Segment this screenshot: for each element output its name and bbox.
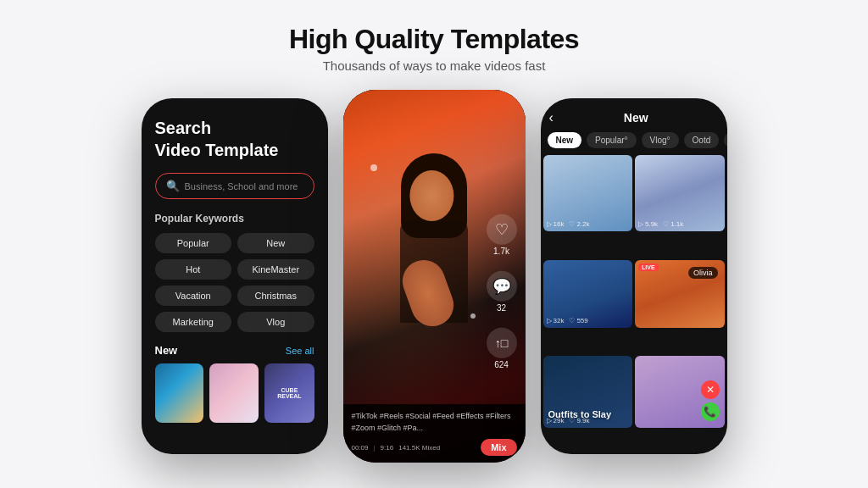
tab-row: New Popular° Vlog° Ootd Lab (541, 132, 727, 155)
thumb-cube[interactable]: CUBEREVEAL (264, 363, 314, 423)
like-icon[interactable]: ♡ (487, 214, 517, 245)
tab-lab[interactable]: Lab (724, 132, 726, 148)
keyword-popular[interactable]: Popular (155, 233, 232, 253)
thumbnail-row: CUBEREVEAL (155, 363, 314, 423)
like-count: 1.7k (493, 247, 509, 256)
keyword-vlog[interactable]: Vlog (237, 312, 314, 332)
tab-popular[interactable]: Popular° (587, 132, 636, 148)
see-all-link[interactable]: See all (286, 346, 314, 356)
play-stat-2: ▷ 5.9k (638, 220, 658, 228)
content-grid: ▷ 16k ♡ 2.2k ▷ 5.9k ♡ 1.1k ▷ 32k ♡ 559 (541, 155, 727, 454)
video-ratio: 9:16 (381, 444, 394, 452)
like-stat-3: ♡ 559 (569, 317, 587, 324)
grid-item-5[interactable]: Outfits to Slay ▷ 29k ♡ 9.9k (543, 356, 633, 428)
comment-count: 32 (497, 303, 506, 313)
grid-item-6[interactable]: ✕ 📞 (635, 356, 725, 428)
share-count: 624 (494, 360, 509, 369)
grid-item-3[interactable]: ▷ 32k ♡ 559 (543, 260, 633, 328)
grid-item-4[interactable]: LIVE Olivia (635, 260, 725, 328)
video-meta-bar: 00:09 | 9:16 141.5K Mixed Mix (352, 439, 517, 456)
center-bottom-bar: #TikTok #Reels #Social #Feed #Effects #F… (343, 404, 526, 463)
right-phone: ‹ New New Popular° Vlog° Ootd Lab ▷ 16k … (541, 98, 727, 454)
right-header-title: New (554, 111, 719, 125)
popular-keywords-label: Popular Keywords (155, 213, 314, 225)
page-header: High Quality Templates Thousands of ways… (289, 0, 579, 83)
tab-vlog[interactable]: Vlog° (642, 132, 679, 148)
keyword-new[interactable]: New (237, 233, 314, 253)
mix-button[interactable]: Mix (481, 439, 516, 456)
like-stat-2: ♡ 1.1k (663, 220, 683, 228)
keyword-grid: Popular New Hot KineMaster Vacation Chri… (155, 233, 314, 332)
share-icon[interactable]: ↑□ (487, 328, 517, 358)
live-badge: LIVE (638, 263, 659, 271)
keyword-hot[interactable]: Hot (155, 259, 232, 280)
search-icon: 🔍 (166, 180, 180, 192)
grid-stat-5: ▷ 29k ♡ 9.9k (547, 417, 590, 424)
right-header: ‹ New (541, 98, 727, 132)
phone-btn[interactable]: 📞 (701, 402, 720, 421)
olivia-badge: Olivia (688, 267, 718, 279)
video-time: 00:09 (352, 444, 369, 452)
hashtags-text: #TikTok #Reels #Social #Feed #Effects #F… (352, 411, 517, 434)
play-stat-5: ▷ 29k (547, 417, 565, 424)
thumb-beach[interactable] (155, 363, 204, 423)
left-phone-content: SearchVideo Template 🔍 Business, School … (142, 98, 328, 454)
like-stat-1: ♡ 2.2k (569, 220, 589, 228)
grid-item-2[interactable]: ▷ 5.9k ♡ 1.1k (635, 155, 725, 231)
left-phone: SearchVideo Template 🔍 Business, School … (142, 98, 328, 454)
thumb-pink[interactable] (209, 363, 259, 423)
new-section-header: New See all (155, 344, 314, 357)
keyword-christmas[interactable]: Christmas (237, 286, 314, 306)
keyword-vacation[interactable]: Vacation (155, 286, 232, 306)
grid-stat-3: ▷ 32k ♡ 559 (547, 317, 588, 324)
play-stat-1: ▷ 16k (547, 220, 565, 228)
grid-stat-1: ▷ 16k ♡ 2.2k (547, 220, 590, 228)
like-stat-5: ♡ 9.9k (569, 417, 589, 424)
comment-icon[interactable]: 💬 (487, 271, 517, 302)
comment-icon-item[interactable]: 💬 32 (487, 271, 517, 313)
video-action-icons: ♡ 1.7k 💬 32 ↑□ 624 (487, 214, 517, 369)
keyword-marketing[interactable]: Marketing (155, 312, 232, 332)
center-phone: ♡ 1.7k 💬 32 ↑□ 624 #TikTok #Reels #Socia… (343, 90, 526, 463)
like-icon-item[interactable]: ♡ 1.7k (487, 214, 517, 256)
right-phone-content: ‹ New New Popular° Vlog° Ootd Lab ▷ 16k … (541, 98, 727, 454)
search-placeholder: Business, School and more (185, 181, 298, 191)
woman-face (409, 170, 453, 221)
woman-figure (366, 158, 502, 395)
play-stat-3: ▷ 32k (547, 317, 565, 324)
share-icon-item[interactable]: ↑□ 624 (487, 328, 517, 369)
center-content: ♡ 1.7k 💬 32 ↑□ 624 #TikTok #Reels #Socia… (343, 90, 526, 463)
page-title: High Quality Templates (289, 24, 579, 55)
search-bar[interactable]: 🔍 Business, School and more (155, 173, 314, 199)
video-views: 141.5K Mixed (398, 444, 440, 452)
tab-ootd[interactable]: Ootd (684, 132, 720, 148)
page-subtitle: Thousands of ways to make videos fast (289, 58, 579, 73)
tab-new[interactable]: New (548, 132, 582, 148)
keyword-kinemaster[interactable]: KineMaster (237, 259, 314, 280)
new-label: New (155, 344, 178, 357)
grid-stat-2: ▷ 5.9k ♡ 1.1k (638, 220, 683, 228)
close-btn[interactable]: ✕ (701, 380, 720, 399)
grid-item-1[interactable]: ▷ 16k ♡ 2.2k (543, 155, 633, 231)
phones-container: SearchVideo Template 🔍 Business, School … (142, 90, 727, 463)
search-title: SearchVideo Template (155, 117, 314, 161)
